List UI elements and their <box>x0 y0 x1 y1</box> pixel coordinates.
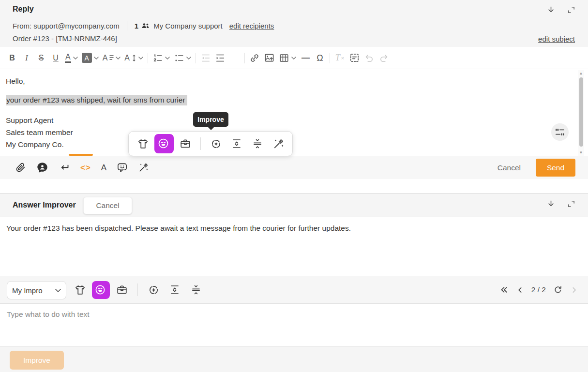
selected-text: your order #123 was shipped, wait for sm… <box>6 95 187 105</box>
reply-footer: <> A Cancel Send <box>0 156 588 179</box>
source-code-button[interactable]: <> <box>80 163 91 173</box>
insert-link-button[interactable] <box>247 50 262 66</box>
improve-text-button[interactable] <box>207 134 225 153</box>
strikethrough-icon: S <box>39 54 44 62</box>
briefcase-icon <box>116 284 128 296</box>
tshirt-icon <box>74 284 86 296</box>
collapse-panel-button[interactable] <box>546 5 556 15</box>
image-upload-icon <box>264 52 275 63</box>
scrollbar-down-arrow[interactable]: ▼ <box>578 150 584 155</box>
text-format-button[interactable]: A <box>101 164 106 172</box>
tone-friendly-button[interactable] <box>154 134 174 153</box>
reply-body-editor[interactable]: Hello, your order #123 was shipped, wait… <box>0 69 588 156</box>
improve-tooltip: Improve <box>193 112 228 127</box>
tone-professional-button[interactable] <box>113 281 131 299</box>
ai-selection-toolbar <box>128 131 293 156</box>
outdent-button[interactable] <box>198 50 213 66</box>
edit-subject-link[interactable]: edit subject <box>538 35 575 43</box>
cancel-reply-button[interactable]: Cancel <box>495 163 524 173</box>
bullet-list-icon <box>174 53 184 63</box>
scrollbar-up-arrow[interactable]: ▲ <box>578 71 584 75</box>
chevron-down-icon <box>73 57 78 60</box>
select-all-icon <box>349 52 360 63</box>
improved-text: Your order #123 has been dispatched. Ple… <box>6 224 351 233</box>
improve-text-button[interactable] <box>144 281 163 299</box>
first-page-button[interactable] <box>499 285 509 294</box>
insert-table-button[interactable] <box>277 50 298 66</box>
signature-line: Sales team member <box>6 126 582 138</box>
improver-header: Answer Improver Cancel <box>0 193 588 217</box>
send-button[interactable]: Send <box>536 159 575 177</box>
font-color-icon: A <box>65 53 71 63</box>
insert-image-button[interactable] <box>262 50 277 66</box>
improver-expand-button[interactable] <box>567 200 575 208</box>
active-tab-indicator <box>69 154 93 156</box>
ai-improve-button[interactable] <box>138 162 149 173</box>
font-size-arrows-icon <box>132 54 136 62</box>
font-color-button[interactable]: A <box>63 50 80 66</box>
expand-text-button[interactable] <box>227 134 246 153</box>
outdent-icon <box>200 53 211 63</box>
attach-file-button[interactable] <box>15 162 26 173</box>
expand-text-button[interactable] <box>166 281 184 299</box>
editor-scrollbar[interactable]: ▲ ▼ <box>578 70 584 156</box>
people-icon <box>141 22 150 29</box>
undo-button[interactable] <box>362 50 377 66</box>
blockquote-button[interactable]: “ <box>227 50 242 66</box>
tone-professional-button[interactable] <box>176 134 195 153</box>
improver-footer: Improve <box>0 346 588 372</box>
shorten-text-button[interactable] <box>248 134 267 153</box>
shorten-text-icon <box>252 138 263 149</box>
improve-submit-button[interactable]: Improve <box>10 351 64 370</box>
chat-person-icon <box>36 162 48 174</box>
return-arrow-icon <box>59 162 70 174</box>
bold-button[interactable]: B <box>5 50 19 66</box>
improver-title: Answer Improver <box>13 201 76 209</box>
preset-dropdown[interactable]: My Impro <box>7 281 66 299</box>
improve-icon <box>148 284 160 296</box>
numbered-list-button[interactable] <box>151 50 172 66</box>
tone-casual-button[interactable] <box>134 134 152 153</box>
canned-responses-button[interactable] <box>36 162 48 174</box>
regenerate-button[interactable] <box>553 285 563 295</box>
quoted-text-toggle-button[interactable] <box>551 123 569 141</box>
reply-header: Reply From: support@mycompany.com 1 My C… <box>0 0 588 47</box>
previous-page-button[interactable] <box>516 286 524 294</box>
special-characters-button[interactable]: Ω <box>313 50 327 66</box>
indent-button[interactable] <box>213 50 227 66</box>
improver-collapse-button[interactable] <box>546 199 556 208</box>
next-page-button[interactable] <box>570 286 578 294</box>
recipient-group-name: My Company support <box>153 22 223 30</box>
chevron-right-icon <box>570 286 578 294</box>
toolbar-divider <box>148 53 148 63</box>
underline-button[interactable]: U <box>48 50 63 66</box>
insert-reply-button[interactable] <box>59 162 70 174</box>
redo-button[interactable] <box>377 50 391 66</box>
highlight-color-button[interactable]: A <box>80 50 101 66</box>
strikethrough-button[interactable]: S <box>34 50 48 66</box>
ai-chat-assistant-button[interactable] <box>117 162 128 173</box>
tone-casual-button[interactable] <box>71 281 89 299</box>
expand-panel-button[interactable] <box>567 6 575 14</box>
clear-formatting-button[interactable]: T× <box>332 50 347 66</box>
shorten-text-button[interactable] <box>187 281 205 299</box>
italic-button[interactable]: I <box>19 50 34 66</box>
greeting-line: Hello, <box>6 77 582 86</box>
horizontal-rule-button[interactable]: — <box>298 50 313 66</box>
font-family-button[interactable]: A <box>101 50 123 66</box>
bullet-list-button[interactable] <box>172 50 193 66</box>
highlight-color-icon: A <box>82 53 92 63</box>
scrollbar-thumb[interactable] <box>579 77 583 147</box>
improver-cancel-button[interactable]: Cancel <box>83 197 132 214</box>
tone-friendly-button[interactable] <box>92 281 110 299</box>
from-label: From: <box>13 22 31 30</box>
magic-rewrite-button[interactable] <box>269 134 287 153</box>
select-all-button[interactable] <box>347 50 362 66</box>
improver-input-area <box>0 304 588 346</box>
instruction-input[interactable] <box>0 304 588 346</box>
chevron-down-icon <box>291 57 296 60</box>
edit-recipients-link[interactable]: edit recipients <box>229 22 274 30</box>
chevron-down-icon <box>165 57 170 60</box>
chat-smiley-icon <box>117 162 128 173</box>
font-size-button[interactable]: A <box>122 50 145 66</box>
